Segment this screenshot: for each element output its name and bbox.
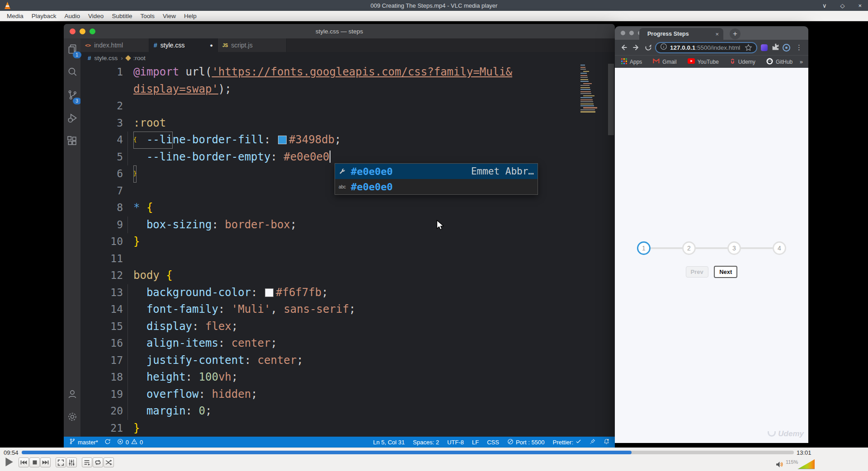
next-button-vlc[interactable] (40, 457, 51, 467)
breadcrumb[interactable]: # style.css › :root (80, 52, 615, 64)
code-line: 13 background-color: #f6f7fb; (80, 284, 615, 301)
browser-tabstrip: Progress Steps × + (615, 26, 808, 40)
problems-status[interactable]: 0 0 (117, 438, 143, 446)
sync-status[interactable] (104, 438, 111, 446)
menu-view[interactable]: View (159, 13, 180, 19)
minimize-traffic-light[interactable] (80, 28, 85, 34)
line-number: 5 (80, 149, 123, 166)
vlc-window: 009 Creating The Steps.mp4 - VLC media p… (0, 0, 868, 471)
source-control-icon[interactable]: 3 (66, 89, 78, 103)
status-item-css[interactable]: CSS (487, 439, 499, 446)
accounts-icon[interactable] (66, 388, 78, 401)
menu-media[interactable]: Media (3, 13, 28, 19)
code-text: @import url('https://fonts.googleapis.co… (123, 64, 512, 81)
volume-percent: 115% (786, 459, 798, 465)
minimize-button[interactable]: ∨ (822, 2, 827, 9)
suggest-item[interactable]: #e0e0e0Emmet Abbr… (335, 164, 538, 179)
vscode-window: style.css — steps 1 3 (64, 24, 615, 447)
menu-tools[interactable]: Tools (136, 13, 159, 19)
code-editor[interactable]: 1@import url('https://fonts.googleapis.c… (80, 64, 615, 437)
volume-speaker-icon[interactable] (776, 461, 783, 470)
status-label: Prettier: (552, 439, 573, 446)
address-bar[interactable]: 127.0.0.1:5500/index.html (655, 42, 757, 53)
status-item-icon[interactable] (604, 438, 609, 446)
play-button[interactable] (4, 457, 14, 469)
status-item-utf-8[interactable]: UTF-8 (447, 439, 464, 446)
menu-video[interactable]: Video (84, 13, 108, 19)
sync-icon (104, 438, 111, 446)
settings-gear-icon[interactable] (66, 411, 78, 424)
previous-button[interactable] (19, 457, 29, 467)
tab-index.html[interactable]: <>index.html (80, 38, 149, 52)
site-info-icon[interactable] (660, 43, 667, 52)
purple-extension-icon[interactable] (761, 44, 768, 51)
seek-bar[interactable] (22, 451, 794, 454)
close-traffic-light[interactable] (70, 28, 75, 34)
shuffle-button[interactable] (104, 457, 114, 467)
status-item-lf[interactable]: LF (472, 439, 479, 446)
run-debug-icon[interactable] (66, 112, 78, 126)
code-token (140, 201, 146, 214)
errors-count: 0 (126, 439, 129, 446)
stop-button[interactable] (29, 457, 40, 467)
status-item-ln-5-col-31[interactable]: Ln 5, Col 31 (373, 439, 405, 446)
git-branch-status[interactable]: master* (69, 438, 98, 446)
bookmarks-overflow-icon[interactable]: » (800, 58, 803, 65)
bookmark-star-icon[interactable] (745, 44, 752, 52)
menu-playback[interactable]: Playback (28, 13, 61, 19)
code-line: 10} (80, 233, 615, 250)
browser-minimize-dot[interactable] (629, 31, 634, 35)
url-text[interactable]: 127.0.0.1:5500/index.html (670, 44, 740, 51)
status-item-spaces-2[interactable]: Spaces: 2 (413, 439, 439, 446)
minimap[interactable] (579, 64, 605, 132)
code-line: 14 font-family: 'Muli', sans-serif; (80, 301, 615, 318)
browser-menu-icon[interactable]: ⋮ (796, 43, 802, 52)
code-text: justify-content: center; (123, 352, 303, 369)
extended-settings-button[interactable] (66, 457, 77, 467)
bookmark-udemy[interactable]: Udemy (730, 58, 755, 66)
loop-button[interactable] (93, 457, 103, 467)
tab-style.css[interactable]: #style.css● (149, 38, 218, 52)
breadcrumb-symbol[interactable]: :root (133, 55, 146, 61)
breadcrumb-file[interactable]: style.css (94, 55, 118, 61)
video-frame[interactable]: style.css — steps 1 3 (0, 21, 868, 447)
code-text: } (123, 165, 137, 183)
forward-icon[interactable] (631, 42, 642, 53)
recorder-extension-icon[interactable] (783, 44, 790, 52)
new-tab-button[interactable]: + (730, 28, 741, 39)
playlist-button[interactable] (82, 457, 92, 467)
bookmark-apps[interactable]: Apps (621, 58, 642, 66)
editor-scrollbar[interactable] (608, 64, 614, 135)
suggest-item[interactable]: abc#e0e0e0 (335, 179, 538, 194)
reload-icon[interactable] (643, 42, 654, 53)
search-icon[interactable] (66, 66, 78, 80)
next-button[interactable]: Next (714, 266, 737, 278)
status-item-icon[interactable] (590, 438, 595, 446)
menu-audio[interactable]: Audio (61, 13, 85, 19)
prev-button[interactable]: Prev (686, 266, 708, 278)
bookmark-github[interactable]: GitHub (766, 58, 793, 66)
zoom-traffic-light[interactable] (90, 28, 95, 34)
code-token: : (186, 405, 199, 417)
status-item-port-5500[interactable]: Port : 5500 (507, 438, 545, 446)
tab-close-icon[interactable]: × (715, 31, 719, 38)
tab-script.js[interactable]: JSscript.js (218, 38, 287, 52)
fullscreen-button[interactable] (56, 457, 66, 467)
browser-close-dot[interactable] (621, 31, 625, 35)
close-button[interactable]: × (858, 2, 862, 9)
line-number: 4 (80, 132, 123, 149)
puzzle-extensions-icon[interactable] (771, 42, 779, 52)
bookmark-youtube[interactable]: YouTube (688, 58, 719, 65)
back-icon[interactable] (618, 42, 629, 53)
maximize-button[interactable]: ◇ (840, 2, 844, 9)
suggest-widget: #e0e0e0Emmet Abbr…abc#e0e0e0 (335, 163, 538, 195)
volume-slider[interactable] (797, 459, 815, 469)
browser-tab[interactable]: Progress Steps × (639, 28, 723, 40)
step-circle-1: 1 (637, 241, 651, 255)
menu-subtitle[interactable]: Subtitle (108, 13, 136, 19)
menu-help[interactable]: Help (180, 13, 201, 19)
status-item-prettier-[interactable]: Prettier: (552, 438, 581, 446)
bookmark-gmail[interactable]: Gmail (653, 58, 676, 65)
extensions-icon[interactable] (66, 135, 78, 149)
explorer-icon[interactable]: 1 (66, 43, 78, 57)
